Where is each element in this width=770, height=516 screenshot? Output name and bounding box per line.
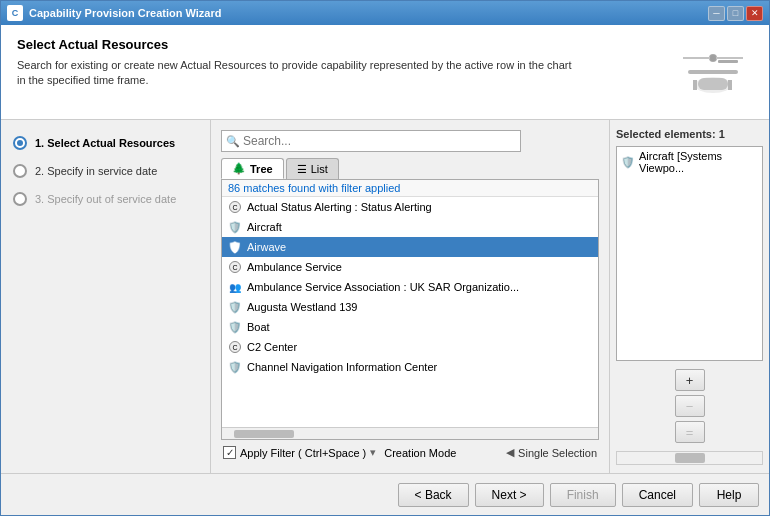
header-description: Search for existing or create new Actual…	[17, 58, 577, 89]
item-icon-9: 🛡️	[228, 360, 242, 374]
left-sidebar: 1. Select Actual Resources 2. Specify in…	[1, 120, 211, 473]
creation-mode-label: Creation Mode	[384, 447, 456, 459]
h-scroll-thumb[interactable]	[234, 430, 294, 438]
svg-rect-5	[693, 80, 697, 90]
svg-rect-2	[688, 70, 738, 74]
step-1[interactable]: 1. Select Actual Resources	[11, 132, 200, 154]
search-input[interactable]	[243, 134, 516, 148]
step-2-label: 2. Specify in service date	[35, 165, 157, 177]
selection-mode-row: ◀ Single Selection	[506, 446, 597, 459]
selected-item[interactable]: 🛡️ Aircraft [Systems Viewpo...	[617, 147, 762, 177]
list-item[interactable]: C Ambulance Service	[222, 257, 598, 277]
filter-icon: ▾	[370, 446, 376, 459]
search-icon: 🔍	[226, 135, 240, 148]
minimize-button[interactable]: ─	[708, 6, 725, 21]
item-label-7: Boat	[247, 321, 270, 333]
item-icon-1: C	[228, 200, 242, 214]
app-icon: C	[7, 5, 23, 21]
svg-rect-1	[698, 78, 728, 90]
item-label-8: C2 Center	[247, 341, 297, 353]
remove-button[interactable]: −	[675, 395, 705, 417]
item-icon-8: C	[228, 340, 242, 354]
right-scroll-thumb[interactable]	[675, 453, 705, 463]
list-item[interactable]: 🛡️ Augusta Westland 139	[222, 297, 598, 317]
svg-rect-3	[718, 60, 738, 63]
item-label-9: Channel Navigation Information Center	[247, 361, 437, 373]
list-icon: ☰	[297, 163, 307, 176]
step-3: 3. Specify out of service date	[11, 188, 200, 210]
list-item[interactable]: 👥 Ambulance Service Association : UK SAR…	[222, 277, 598, 297]
title-bar-left: C Capability Provision Creation Wizard	[7, 5, 221, 21]
apply-filter-row: Apply Filter ( Ctrl+Space ) ▾	[223, 446, 376, 459]
item-label-2: Aircraft	[247, 221, 282, 233]
apply-filter-label: Apply Filter ( Ctrl+Space )	[240, 447, 366, 459]
main-window: C Capability Provision Creation Wizard ─…	[0, 0, 770, 516]
right-panel-scrollbar[interactable]	[616, 451, 763, 465]
svg-point-8	[710, 55, 716, 61]
tab-tree[interactable]: 🌲 Tree	[221, 158, 284, 179]
step-3-label: 3. Specify out of service date	[35, 193, 176, 205]
item-icon-2: 🛡️	[228, 220, 242, 234]
list-item[interactable]: C Actual Status Alerting : Status Alerti…	[222, 197, 598, 217]
filter-applied-text: with filter applied	[319, 182, 401, 194]
list-item[interactable]: C C2 Center	[222, 337, 598, 357]
action-buttons: + − =	[616, 369, 763, 443]
list-item[interactable]: 🛡️ Boat	[222, 317, 598, 337]
item-icon-6: 🛡️	[228, 300, 242, 314]
item-icon-5: 👥	[228, 280, 242, 294]
match-count: 86 matches found	[228, 182, 315, 194]
svg-rect-6	[728, 80, 732, 90]
step-3-radio	[13, 192, 27, 206]
header-text: Select Actual Resources Search for exist…	[17, 37, 577, 89]
tabs-row: 🌲 Tree ☰ List	[221, 158, 599, 179]
horizontal-scrollbar[interactable]	[222, 427, 598, 439]
help-button[interactable]: Help	[699, 483, 759, 507]
list-area: 86 matches found with filter applied C A…	[221, 179, 599, 440]
single-selection-label: Single Selection	[518, 447, 597, 459]
item-icon-4: C	[228, 260, 242, 274]
selected-list: 🛡️ Aircraft [Systems Viewpo...	[616, 146, 763, 361]
window-title: Capability Provision Creation Wizard	[29, 7, 221, 19]
item-icon-7: 🛡️	[228, 320, 242, 334]
search-row: 🔍	[221, 130, 599, 152]
apply-filter-checkbox[interactable]	[223, 446, 236, 459]
tab-list-label: List	[311, 163, 328, 175]
helicopter-icon	[678, 40, 748, 105]
main-panel: 🔍 🌲 Tree ☰ List 86 matches found	[211, 120, 609, 473]
selection-arrow-icon: ◀	[506, 446, 514, 459]
list-content[interactable]: C Actual Status Alerting : Status Alerti…	[222, 197, 598, 427]
search-box: 🔍	[221, 130, 521, 152]
content-area: 1. Select Actual Resources 2. Specify in…	[1, 120, 769, 473]
selected-item-icon: 🛡️	[621, 156, 635, 169]
item-label-6: Augusta Westland 139	[247, 301, 357, 313]
tab-tree-label: Tree	[250, 163, 273, 175]
item-icon-3: 🛡️	[228, 240, 242, 254]
list-item-selected[interactable]: 🛡️ Airwave	[222, 237, 598, 257]
add-button[interactable]: +	[675, 369, 705, 391]
bottom-controls: Apply Filter ( Ctrl+Space ) ▾ Creation M…	[221, 442, 599, 463]
header-image	[673, 37, 753, 107]
header-title: Select Actual Resources	[17, 37, 577, 52]
close-button[interactable]: ✕	[746, 6, 763, 21]
equals-button[interactable]: =	[675, 421, 705, 443]
right-panel: Selected elements: 1 🛡️ Aircraft [System…	[609, 120, 769, 473]
next-button[interactable]: Next >	[475, 483, 544, 507]
item-label-3: Airwave	[247, 241, 286, 253]
step-1-radio	[13, 136, 27, 150]
maximize-button[interactable]: □	[727, 6, 744, 21]
step-1-label: 1. Select Actual Resources	[35, 137, 175, 149]
finish-button[interactable]: Finish	[550, 483, 616, 507]
title-buttons: ─ □ ✕	[708, 6, 763, 21]
list-item[interactable]: 🛡️ Aircraft	[222, 217, 598, 237]
filter-info: 86 matches found with filter applied	[222, 180, 598, 197]
back-button[interactable]: < Back	[398, 483, 469, 507]
list-item[interactable]: 🛡️ Channel Navigation Information Center	[222, 357, 598, 377]
step-2-radio	[13, 164, 27, 178]
footer: < Back Next > Finish Cancel Help	[1, 473, 769, 515]
header-area: Select Actual Resources Search for exist…	[1, 25, 769, 120]
step-2[interactable]: 2. Specify in service date	[11, 160, 200, 182]
title-bar: C Capability Provision Creation Wizard ─…	[1, 1, 769, 25]
cancel-button[interactable]: Cancel	[622, 483, 693, 507]
selected-item-label: Aircraft [Systems Viewpo...	[639, 150, 758, 174]
tab-list[interactable]: ☰ List	[286, 158, 339, 179]
